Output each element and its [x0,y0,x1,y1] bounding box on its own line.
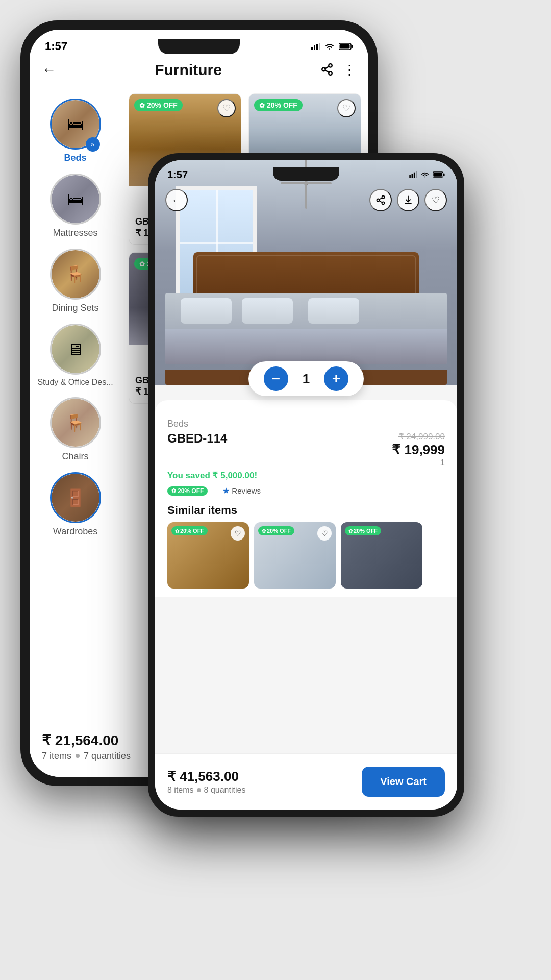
discount-tag-icon: ✿ [171,487,176,494]
svg-rect-6 [340,44,350,49]
svg-rect-3 [319,43,320,50]
svg-rect-12 [409,175,411,178]
header-icons: ⋮ [320,62,356,78]
front-notch [273,167,339,181]
chevron-badge: » [86,137,100,152]
svg-rect-17 [443,173,445,176]
sim-badge-1: ✿ 20% OFF [171,526,208,535]
detail-header-buttons: ← ♡ [155,184,457,216]
svg-rect-15 [416,172,417,178]
back-status-time: 1:57 [45,40,67,53]
sidebar-chairs-label: Chairs [62,451,88,462]
svg-rect-14 [414,173,415,178]
svg-rect-0 [311,47,313,50]
sidebar-item-mattresses[interactable]: 🛏 Mattresses [30,168,121,243]
detail-product-name: GBED-114 [167,431,227,446]
front-wifi-icon [420,172,430,178]
detail-download-icon [403,195,413,205]
window-divider-h [180,242,253,244]
sidebar-item-study[interactable]: 🖥 Study & Office Des... [30,318,121,392]
sim-badge-2: ✿ 20% OFF [258,526,294,535]
svg-line-10 [325,70,329,72]
sidebar-wardrobes-label: Wardrobes [53,526,97,537]
discount-tag: ✿ 20% OFF [167,486,208,496]
saved-amount-text: You saved ₹ 5,000.00! [167,470,445,481]
detail-info-panel: Beds GBED-114 ₹ 24,999.00 ₹ 19,999 1 You… [155,400,457,597]
similar-items-grid: ✿ 20% OFF ♡ ✿ 20% OFF ♡ ✿ 20% OFF [167,522,445,589]
front-status-time: 1:57 [167,169,188,181]
reviews-tag[interactable]: ★ Reviews [222,486,261,496]
dot-separator [76,754,80,758]
sidebar-item-beds[interactable]: 🛏 » Beds [30,93,121,168]
category-sidebar: 🛏 » Beds 🛏 Mattresses 🪑 D [30,86,121,747]
share-button[interactable] [320,63,334,78]
front-signal-icon [409,172,417,178]
similar-items-title: Similar items [167,504,445,517]
discount-tag-label: 20% OFF [178,487,204,495]
detail-qty-value: 1 [298,371,314,387]
similar-item-2[interactable]: ✿ 20% OFF ♡ [254,522,336,589]
sim-wishlist-1[interactable]: ♡ [231,526,245,541]
similar-item-3[interactable]: ✿ 20% OFF [341,522,422,589]
sim-wishlist-2[interactable]: ♡ [317,526,332,541]
detail-download-button[interactable] [397,189,419,211]
front-phone: 1:57 ← ♡ [148,153,464,817]
sidebar-beds-label: Beds [64,153,86,163]
detail-category: Beds [167,419,445,429]
more-button[interactable]: ⋮ [343,62,356,78]
front-status-icons [409,172,445,178]
front-battery-icon [433,172,445,178]
svg-rect-2 [316,44,318,50]
front-phone-screen: 1:57 ← ♡ [155,160,457,810]
sidebar-dining-label: Dining Sets [52,303,98,313]
detail-action-buttons: ♡ [369,189,447,211]
detail-left: GBED-114 [167,431,227,446]
wishlist-button-1[interactable]: ♡ [217,99,236,117]
back-quantities: 7 quantities [84,751,131,762]
sidebar-item-dining[interactable]: 🪑 Dining Sets [30,243,121,318]
svg-rect-5 [352,45,353,48]
detail-qty-decrease[interactable]: − [264,366,288,391]
signal-icon [311,43,320,50]
share-icon [320,63,334,76]
detail-tags-row: ✿ 20% OFF ★ Reviews [167,486,445,496]
detail-share-button[interactable] [369,189,392,211]
front-cart-info: 8 items 8 quantities [167,786,245,795]
back-button[interactable]: ← [42,62,56,78]
mattress [165,293,447,364]
detail-title-price-row: GBED-114 ₹ 24,999.00 ₹ 19,999 1 [167,431,445,468]
sidebar-item-wardrobes[interactable]: 🚪 Wardrobes [30,467,121,542]
front-bottom-bar: ₹ 41,563.00 8 items 8 quantities View Ca… [155,753,457,810]
front-total-price: ₹ 41,563.00 [167,769,245,785]
sim-badge-3: ✿ 20% OFF [345,526,381,535]
discount-badge-1: ✿ 20% OFF [134,99,183,111]
wishlist-button-2[interactable]: ♡ [337,99,356,117]
detail-back-button[interactable]: ← [165,189,188,211]
svg-rect-1 [314,45,315,50]
detail-share-icon [375,195,386,205]
front-total-area: ₹ 41,563.00 8 items 8 quantities [167,769,245,795]
detail-wishlist-button[interactable]: ♡ [424,189,447,211]
wifi-icon [324,43,335,51]
battery-icon [339,43,353,50]
view-cart-button[interactable]: View Cart [362,767,445,797]
svg-line-23 [379,198,382,199]
front-dot [197,788,201,792]
svg-line-22 [379,201,382,202]
sidebar-item-chairs[interactable]: 🪑 Chairs [30,392,121,467]
similar-item-1[interactable]: ✿ 20% OFF ♡ [167,522,249,589]
star-icon: ★ [222,486,230,496]
svg-rect-13 [412,174,413,178]
back-status-icons [311,43,353,51]
detail-orig-price: ₹ 24,999.00 [392,431,445,442]
svg-rect-18 [433,173,442,177]
back-items-count: 7 items [42,751,71,762]
detail-qty-increase[interactable]: + [324,366,348,391]
reviews-label: Reviews [232,486,261,495]
sidebar-mattresses-label: Mattresses [53,228,97,238]
svg-line-11 [325,66,329,68]
page-title: Furniture [155,61,222,79]
sidebar-study-label: Study & Office Des... [37,378,113,387]
tag-separator [215,487,215,495]
back-header: ← Furniture ⋮ [30,56,368,86]
